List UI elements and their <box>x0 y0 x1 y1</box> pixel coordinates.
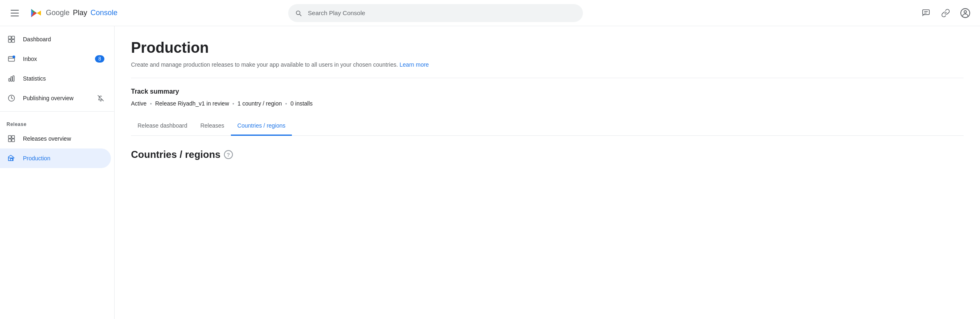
publishing-icon <box>7 93 16 103</box>
countries-regions-heading: Countries / regions <box>131 149 221 160</box>
page-title: Production <box>131 39 964 56</box>
sidebar: Dashboard Inbox 8 St <box>0 26 115 319</box>
menu-button[interactable] <box>7 5 23 21</box>
notification-off-icon <box>97 94 104 102</box>
svg-rect-11 <box>13 76 14 81</box>
svg-rect-16 <box>12 139 15 142</box>
svg-rect-9 <box>9 79 10 81</box>
inbox-badge: 8 <box>95 55 104 63</box>
inbox-icon <box>7 54 16 64</box>
tabs: Release dashboard Releases Countries / r… <box>131 117 964 136</box>
svg-rect-4 <box>12 36 15 39</box>
learn-more-link[interactable]: Learn more <box>400 61 429 68</box>
track-summary-status: Active <box>131 100 147 107</box>
production-icon <box>7 153 16 163</box>
dot-3: ● <box>285 102 287 106</box>
logo-play-text: Play <box>73 9 87 17</box>
tab-countries-regions[interactable]: Countries / regions <box>231 117 292 136</box>
track-summary-heading: Track summary <box>131 88 964 95</box>
layout: Dashboard Inbox 8 St <box>0 26 980 319</box>
sidebar-item-publishing-overview[interactable]: Publishing overview <box>0 88 111 108</box>
sidebar-item-statistics[interactable]: Statistics <box>0 69 111 88</box>
sidebar-item-statistics-label: Statistics <box>23 75 104 82</box>
releases-overview-icon <box>7 134 16 144</box>
svg-rect-3 <box>9 36 11 39</box>
sidebar-item-releases-overview-label: Releases overview <box>23 135 104 142</box>
top-header: Google Play Console <box>0 0 980 26</box>
track-summary-info: Active ● Release Riyadh_v1 in review ● 1… <box>131 100 964 107</box>
track-summary-release: Release Riyadh_v1 in review <box>155 100 229 107</box>
dot-2: ● <box>233 102 235 106</box>
svg-rect-5 <box>9 40 11 43</box>
main-divider-top <box>131 78 964 78</box>
svg-rect-14 <box>12 136 15 139</box>
svg-rect-15 <box>9 139 11 142</box>
search-bar <box>288 4 583 22</box>
svg-point-8 <box>13 56 16 58</box>
sidebar-divider <box>0 111 114 112</box>
logo-console-text: Console <box>90 9 117 17</box>
sidebar-item-inbox[interactable]: Inbox 8 <box>0 49 111 69</box>
statistics-icon <box>7 74 16 83</box>
sidebar-release-section-label: Release <box>0 115 114 129</box>
svg-rect-6 <box>12 40 15 43</box>
search-input[interactable] <box>288 4 583 22</box>
feedback-button[interactable] <box>918 5 934 21</box>
account-button[interactable] <box>957 5 973 21</box>
help-icon[interactable]: ? <box>224 150 233 159</box>
header-actions <box>918 5 973 21</box>
tab-release-dashboard[interactable]: Release dashboard <box>131 117 194 136</box>
svg-point-2 <box>964 11 966 13</box>
sidebar-item-dashboard-label: Dashboard <box>23 36 104 43</box>
sidebar-item-releases-overview[interactable]: Releases overview <box>0 129 111 148</box>
dashboard-icon <box>7 34 16 44</box>
track-summary-country: 1 country / region <box>237 100 282 107</box>
page-description-text: Create and manage production releases to… <box>131 61 398 68</box>
svg-rect-13 <box>9 136 11 139</box>
sidebar-item-production-label: Production <box>23 155 104 162</box>
countries-regions-section: Countries / regions ? <box>131 149 964 160</box>
svg-rect-10 <box>11 77 12 81</box>
tab-releases[interactable]: Releases <box>194 117 230 136</box>
page-description: Create and manage production releases to… <box>131 61 964 68</box>
logo-google-text: Google <box>46 9 70 17</box>
logo-icon <box>29 7 43 20</box>
sidebar-item-publishing-overview-label: Publishing overview <box>23 95 90 101</box>
logo-link[interactable]: Google Play Console <box>29 7 117 20</box>
main-content: Production Create and manage production … <box>115 26 980 319</box>
link-button[interactable] <box>937 5 954 21</box>
sidebar-item-production[interactable]: Production <box>0 148 111 168</box>
sidebar-item-dashboard[interactable]: Dashboard <box>0 29 111 49</box>
sidebar-item-inbox-label: Inbox <box>23 56 88 62</box>
track-summary-installs: 0 installs <box>290 100 312 107</box>
dot-1: ● <box>150 102 152 106</box>
svg-rect-0 <box>923 9 930 14</box>
